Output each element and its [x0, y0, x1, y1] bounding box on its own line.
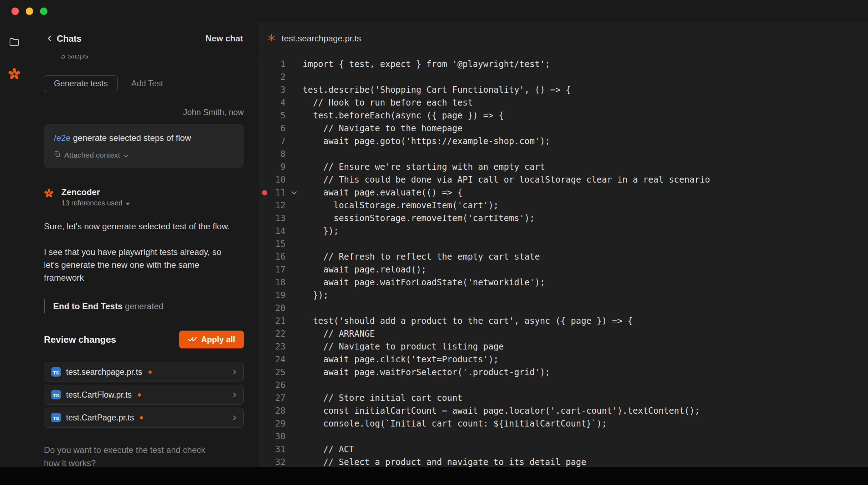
fold-gutter[interactable]: [286, 148, 303, 160]
breakpoint-gutter[interactable]: [259, 456, 270, 469]
fold-gutter[interactable]: [286, 327, 303, 340]
breakpoint-gutter[interactable]: [259, 289, 270, 302]
fold-gutter[interactable]: [286, 404, 303, 417]
fold-gutter[interactable]: [286, 83, 303, 96]
breakpoint-gutter[interactable]: [259, 96, 270, 109]
breakpoint-gutter[interactable]: [259, 212, 270, 225]
breakpoint-gutter[interactable]: [259, 250, 270, 263]
line-number[interactable]: 20: [270, 302, 286, 315]
minimize-window-button[interactable]: [26, 7, 33, 15]
line-number[interactable]: 24: [270, 353, 286, 366]
line-number[interactable]: 6: [270, 122, 286, 135]
editor-tab-title[interactable]: test.searchpage.pr.ts: [282, 34, 361, 44]
breakpoint-gutter[interactable]: [259, 366, 270, 379]
line-number[interactable]: 8: [270, 148, 286, 160]
back-to-chats-button[interactable]: ‹ Chats: [47, 33, 81, 44]
breakpoint-gutter[interactable]: [259, 58, 270, 71]
fold-gutter[interactable]: [286, 443, 303, 456]
breakpoint-gutter[interactable]: [259, 160, 270, 173]
fold-gutter[interactable]: [286, 238, 303, 250]
line-number[interactable]: 9: [270, 160, 286, 173]
fold-gutter[interactable]: [286, 315, 303, 327]
fold-gutter[interactable]: [286, 456, 303, 469]
line-number[interactable]: 10: [270, 173, 286, 186]
line-number[interactable]: 21: [270, 315, 286, 327]
line-number[interactable]: 12: [270, 199, 286, 212]
line-number[interactable]: 31: [270, 443, 286, 456]
breakpoint-gutter[interactable]: [259, 430, 270, 443]
new-chat-button[interactable]: New chat: [206, 34, 243, 44]
breakpoint-gutter[interactable]: [259, 315, 270, 327]
generate-tests-button[interactable]: Generate tests: [44, 75, 118, 92]
close-window-button[interactable]: [11, 7, 19, 15]
breakpoint-gutter[interactable]: [259, 404, 270, 417]
fold-gutter[interactable]: [286, 122, 303, 135]
line-number[interactable]: 3: [270, 83, 286, 96]
breakpoint-gutter[interactable]: [259, 199, 270, 212]
line-number[interactable]: 17: [270, 263, 286, 276]
line-number[interactable]: 26: [270, 379, 286, 392]
fold-gutter[interactable]: [286, 289, 303, 302]
line-number[interactable]: 16: [270, 250, 286, 263]
files-rail-button[interactable]: [7, 36, 21, 50]
attached-context-toggle[interactable]: Attached context: [54, 151, 234, 159]
breakpoint-gutter[interactable]: [259, 186, 270, 199]
line-number[interactable]: 11: [270, 186, 286, 199]
line-number[interactable]: 19: [270, 289, 286, 302]
line-number[interactable]: 7: [270, 135, 286, 148]
line-number[interactable]: 1: [270, 58, 286, 71]
breakpoint-gutter[interactable]: [259, 327, 270, 340]
fold-gutter[interactable]: [286, 212, 303, 225]
fold-gutter[interactable]: [286, 366, 303, 379]
line-number[interactable]: 22: [270, 327, 286, 340]
line-number[interactable]: 15: [270, 238, 286, 250]
fold-gutter[interactable]: [286, 417, 303, 430]
breakpoint-gutter[interactable]: [259, 263, 270, 276]
breakpoint-gutter[interactable]: [259, 83, 270, 96]
line-number[interactable]: 4: [270, 96, 286, 109]
line-number[interactable]: 29: [270, 417, 286, 430]
add-test-button[interactable]: Add Test: [131, 79, 163, 88]
fold-gutter[interactable]: [286, 199, 303, 212]
line-number[interactable]: 13: [270, 212, 286, 225]
line-number[interactable]: 2: [270, 71, 286, 83]
breakpoint-gutter[interactable]: [259, 379, 270, 392]
breakpoint-gutter[interactable]: [259, 340, 270, 353]
breakpoint-gutter[interactable]: [259, 71, 270, 83]
fold-gutter[interactable]: [286, 379, 303, 392]
fold-gutter[interactable]: [286, 250, 303, 263]
review-file-row[interactable]: TS test.CartFlow.pr.ts ›: [44, 385, 244, 405]
fold-gutter[interactable]: [286, 96, 303, 109]
fold-gutter[interactable]: [286, 302, 303, 315]
fold-gutter[interactable]: [286, 173, 303, 186]
apply-all-button[interactable]: Apply all: [179, 331, 244, 348]
code-area[interactable]: 1 import { test, expect } from '@playwri…: [259, 55, 868, 485]
fold-gutter[interactable]: [286, 276, 303, 289]
breakpoint-gutter[interactable]: [259, 238, 270, 250]
line-number[interactable]: 27: [270, 392, 286, 404]
breakpoint-gutter[interactable]: [259, 443, 270, 456]
references-dropdown[interactable]: 13 references used: [61, 199, 130, 207]
fold-gutter[interactable]: [286, 225, 303, 238]
fold-gutter[interactable]: [286, 109, 303, 122]
zencoder-rail-button[interactable]: [7, 67, 21, 81]
line-number[interactable]: 25: [270, 366, 286, 379]
fold-gutter[interactable]: [286, 71, 303, 83]
fold-gutter[interactable]: [286, 263, 303, 276]
breakpoint-gutter[interactable]: [259, 276, 270, 289]
breakpoint-gutter[interactable]: [259, 417, 270, 430]
line-number[interactable]: 18: [270, 276, 286, 289]
fold-gutter[interactable]: [286, 160, 303, 173]
fold-gutter[interactable]: [286, 430, 303, 443]
breakpoint-gutter[interactable]: [259, 135, 270, 148]
fold-gutter[interactable]: [286, 353, 303, 366]
fold-gutter[interactable]: [286, 135, 303, 148]
line-number[interactable]: 28: [270, 404, 286, 417]
line-number[interactable]: 5: [270, 109, 286, 122]
breakpoint-gutter[interactable]: [259, 353, 270, 366]
fold-gutter[interactable]: [286, 340, 303, 353]
zoom-window-button[interactable]: [40, 7, 47, 15]
fold-gutter[interactable]: [286, 186, 303, 199]
breakpoint-gutter[interactable]: [259, 225, 270, 238]
fold-gutter[interactable]: [286, 58, 303, 71]
